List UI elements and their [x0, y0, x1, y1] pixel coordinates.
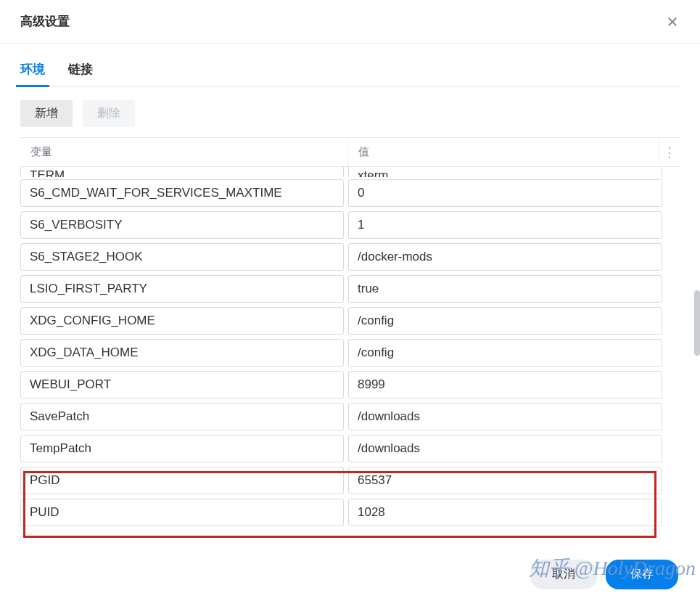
table-row[interactable]	[20, 209, 680, 241]
variable-input[interactable]	[20, 467, 344, 494]
value-input[interactable]	[348, 275, 662, 303]
variable-input[interactable]	[20, 435, 344, 462]
value-input[interactable]	[348, 499, 662, 526]
value-input[interactable]	[348, 467, 662, 494]
variable-input[interactable]	[20, 403, 344, 430]
table-row[interactable]	[20, 369, 680, 401]
env-table-rows	[20, 167, 680, 528]
variable-input[interactable]	[20, 211, 344, 239]
value-input[interactable]	[348, 403, 662, 430]
variable-input[interactable]	[20, 307, 344, 335]
table-row[interactable]	[20, 337, 680, 369]
tab-environment[interactable]: 环境	[20, 61, 45, 86]
value-input[interactable]	[348, 167, 662, 177]
value-input[interactable]	[348, 371, 662, 398]
value-input[interactable]	[348, 435, 662, 462]
variable-input[interactable]	[20, 499, 344, 526]
value-input[interactable]	[348, 243, 662, 271]
variable-input[interactable]	[20, 243, 344, 271]
table-row[interactable]	[20, 241, 680, 273]
table-row[interactable]	[20, 465, 680, 496]
delete-button: 删除	[83, 100, 135, 127]
table-row[interactable]	[20, 273, 680, 305]
value-input[interactable]	[348, 179, 662, 207]
value-input[interactable]	[348, 307, 662, 335]
table-header: 变量 值 ⋮	[20, 137, 680, 167]
column-header-value: 值	[348, 138, 659, 166]
table-row[interactable]	[20, 167, 680, 177]
columns-more-icon[interactable]: ⋮	[659, 138, 680, 166]
close-icon[interactable]	[665, 15, 680, 29]
variable-input[interactable]	[20, 275, 344, 303]
column-header-variable: 变量	[20, 138, 348, 166]
variable-input[interactable]	[20, 339, 344, 367]
table-row[interactable]	[20, 433, 680, 465]
table-row[interactable]	[20, 177, 680, 209]
tabs: 环境 链接	[20, 44, 680, 87]
cancel-button[interactable]: 取消	[530, 560, 597, 589]
variable-input[interactable]	[20, 179, 344, 207]
dialog-title: 高级设置	[20, 13, 70, 30]
table-row[interactable]	[20, 496, 680, 528]
table-row[interactable]	[20, 401, 680, 433]
table-row[interactable]	[20, 305, 680, 337]
add-button[interactable]: 新增	[20, 100, 73, 127]
save-button[interactable]: 保存	[606, 560, 678, 589]
variable-input[interactable]	[20, 167, 344, 177]
variable-input[interactable]	[20, 371, 344, 398]
tab-link[interactable]: 链接	[68, 61, 93, 86]
toolbar: 新增 删除	[20, 87, 680, 137]
value-input[interactable]	[348, 211, 662, 239]
scrollbar-thumb[interactable]	[694, 290, 700, 356]
value-input[interactable]	[348, 339, 662, 367]
